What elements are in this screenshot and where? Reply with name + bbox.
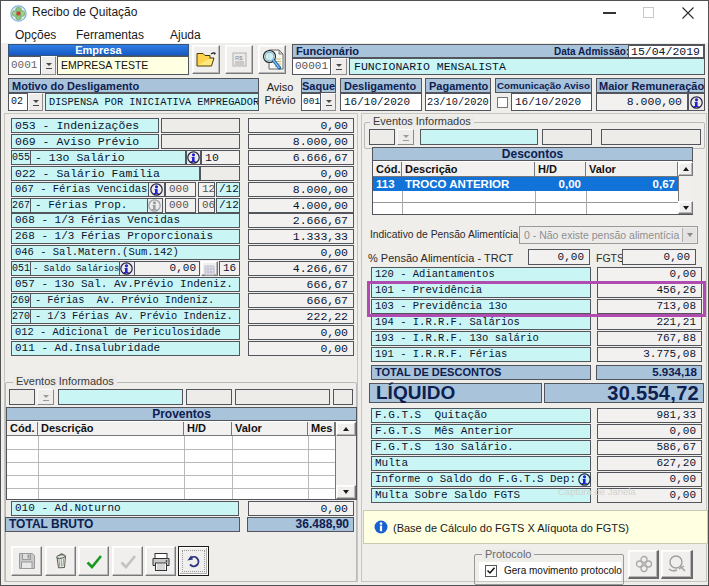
svg-text:R$: R$ <box>235 55 243 61</box>
